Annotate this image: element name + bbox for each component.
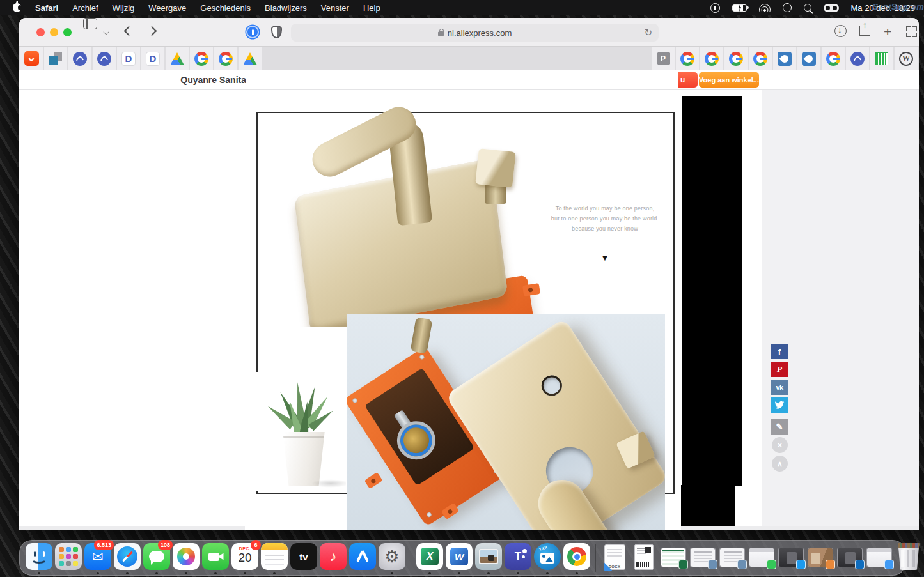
dock-divider [595,544,596,572]
dock-minimized-window-doc-2[interactable] [718,541,746,575]
favorite-google-5[interactable] [724,47,748,70]
downloads-icon[interactable] [834,25,847,37]
dock-photo-viewer[interactable]: TXR [533,541,561,575]
dock-mail[interactable]: ✉6.513 [84,541,112,575]
refresh-icon[interactable]: ↻ [644,27,652,38]
product-image-overlay[interactable]: To the world you may be one person, but … [245,105,681,530]
minimized-window-thumbnail [778,548,804,567]
dock-teams[interactable]: T [504,541,532,575]
dock-word[interactable]: W [445,541,473,575]
menu-item-archief[interactable]: Archief [72,3,98,13]
onepassword-icon[interactable] [710,3,720,13]
chevron-down-icon[interactable] [103,29,109,35]
dock-file-shipping-label[interactable] [630,541,658,575]
dock-minimized-window-outlook[interactable] [836,541,864,575]
dock-minimized-window-mail[interactable] [865,541,893,575]
add-to-cart-button[interactable]: Voeg aan winkel... [699,72,759,88]
tab-overview-icon[interactable] [906,26,917,37]
facetime-icon [202,543,229,570]
social-pinterest-button[interactable]: P [771,362,788,377]
social-scroll-up-button[interactable]: ∧ [772,456,788,472]
favorite-google-7[interactable] [822,47,845,70]
menu-items: ArchiefWijzigWeergaveGeschiedenisBladwij… [72,3,380,13]
menu-item-wijzig[interactable]: Wijzig [113,3,135,13]
dock-facetime[interactable] [201,541,230,575]
favorite-google-drive-1[interactable] [166,47,189,70]
time-machine-icon[interactable] [783,3,792,12]
dock-apple-tv[interactable]: tv [290,541,318,575]
buy-now-button[interactable]: u [678,72,698,88]
favorite-waterdrop-1[interactable] [773,47,796,70]
address-bar[interactable]: nl.aliexpress.com ↻ [291,24,659,42]
dock-chrome[interactable] [563,541,591,575]
social-vk-button[interactable]: vk [771,380,788,395]
menu-bar: Safari ArchiefWijzigWeergaveGeschiedenis… [0,0,924,15]
dock-minimized-window-doc-1[interactable] [689,541,717,575]
zoom-window-button[interactable] [63,28,72,36]
social-close-button[interactable]: × [772,437,788,453]
dock-system-preferences[interactable]: ⚙ [378,541,406,575]
wordpress-icon: W [899,52,913,66]
favorite-google-2[interactable] [214,47,237,70]
favorite-green-barcode[interactable] [870,47,893,70]
spotlight-search-icon[interactable] [804,4,811,12]
favorite-aliexpress[interactable]: ᴗ [20,47,43,70]
share-icon[interactable] [859,26,870,36]
dock-safari[interactable] [113,541,141,575]
favorite-waterdrop-2[interactable] [797,47,820,70]
dock-minimized-window-messages[interactable] [748,541,776,575]
menu-item-weergave[interactable]: Weergave [148,3,186,13]
favorite-p-site[interactable]: P [652,47,675,70]
menu-item-help[interactable]: Help [363,3,380,13]
menu-item-venster[interactable]: Venster [321,3,349,13]
dock-file-docx[interactable]: DOCX [600,541,629,575]
apple-menu-icon[interactable] [13,3,21,12]
dock-image-editor[interactable] [474,541,503,575]
dock-photos[interactable] [172,541,200,575]
control-center-icon[interactable] [824,4,839,12]
favorite-blue-scribble-3[interactable] [846,47,869,70]
wifi-icon[interactable] [759,4,771,12]
minimize-window-button[interactable] [50,28,58,36]
minimized-window-thumbnail [837,548,863,567]
social-facebook-button[interactable]: f [771,344,788,359]
privacy-shield-icon[interactable] [271,26,282,38]
favorite-wordpress[interactable]: W [895,47,918,70]
favorite-blue-scribble-2[interactable] [93,47,116,70]
dock-minimized-window-excel[interactable] [659,541,687,575]
dock-calendar[interactable]: DEC.206 [231,541,259,575]
favorite-google-6[interactable] [749,47,772,70]
dock-excel[interactable]: X [416,541,444,575]
dock-minimized-window-photo[interactable] [806,541,834,575]
favorite-google-drive-2[interactable] [239,47,262,70]
favorite-d-site-1[interactable]: D [117,47,140,70]
menu-item-geschiedenis[interactable]: Geschiedenis [200,3,251,13]
dock-trash[interactable] [895,541,923,575]
close-window-button[interactable] [36,28,45,36]
dock-finder[interactable] [25,541,53,575]
onepassword-extension-icon[interactable] [246,26,259,38]
dock-launchpad[interactable] [54,541,82,575]
battery-icon[interactable] [732,4,747,12]
new-tab-icon[interactable]: + [884,24,891,40]
quote-card: To the world you may be one person, but … [545,187,665,300]
dock-minimized-window-preview-dark[interactable] [777,541,805,575]
social-edit-pencil-button[interactable]: ✎ [771,419,788,435]
dock-music[interactable]: ♪ [319,541,347,575]
back-icon[interactable] [124,26,134,36]
dock-app-store[interactable] [348,541,377,575]
favorite-squares-app[interactable] [44,47,67,70]
menu-app-name[interactable]: Safari [35,3,58,13]
forward-icon[interactable] [147,26,157,36]
favorite-d-site-2[interactable]: D [141,47,164,70]
sidebar-icon[interactable] [83,18,97,29]
menu-item-bladwijzers[interactable]: Bladwijzers [265,3,307,13]
minimized-window-thumbnail [749,548,774,567]
favorite-blue-scribble-1[interactable] [68,47,91,70]
favorite-google-1[interactable] [190,47,213,70]
favorite-google-3[interactable] [676,47,699,70]
dock-messages[interactable]: 108 [143,541,171,575]
dock-notes[interactable] [260,541,288,575]
social-twitter-icon[interactable] [771,397,788,413]
favorite-google-4[interactable] [700,47,723,70]
